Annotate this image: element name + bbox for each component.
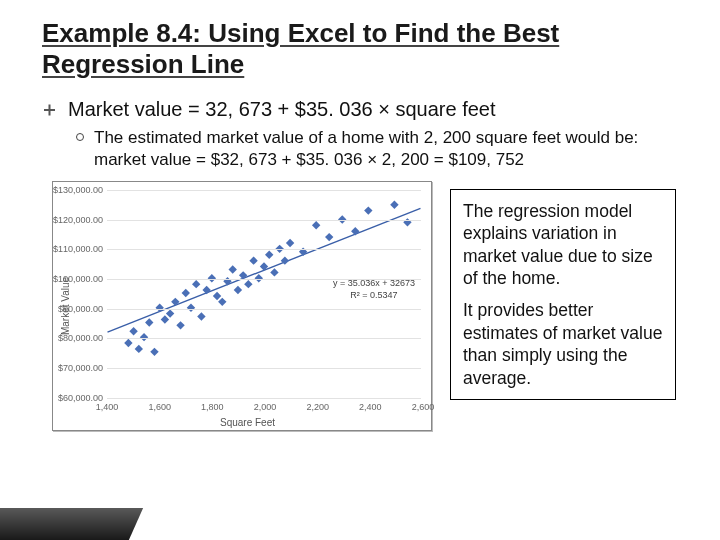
bullet-main-text: Market value = 32, 673 + $35. 036 × squa… [68,98,496,121]
sidebox-para-1: The regression model explains variation … [463,200,663,290]
chart-xtick: 1,600 [148,402,171,412]
data-point [229,265,237,273]
chart-gridline [107,368,421,369]
data-point [234,286,242,294]
corner-shadow-decor [0,508,143,540]
data-point [197,312,205,320]
chart-gridline [107,220,421,221]
data-point [364,206,372,214]
chart-plot-area [107,190,421,396]
data-point [312,221,320,229]
data-point [286,239,294,247]
data-point [182,289,190,297]
circle-bullet-icon [76,133,84,141]
data-point [390,200,398,208]
chart-xtick: 2,400 [359,402,382,412]
chart-ytick: $100,000.00 [53,274,103,284]
data-point [351,227,359,235]
chart-xtick: 1,800 [201,402,224,412]
slide: Example 8.4: Using Excel to Find the Bes… [0,0,720,540]
data-point [202,286,210,294]
chart-xlabel: Square Feet [220,417,275,428]
chart-gridline [107,309,421,310]
data-point [187,303,195,311]
content-row: Market Value Square Feet y = 35.036x + 3… [42,181,690,431]
sidebox-para-2: It provides better estimates of market v… [463,299,663,389]
bullet-sub: The estimated market value of a home wit… [76,127,690,171]
chart-gridline [107,249,421,250]
data-point [129,327,137,335]
chart-gridline [107,398,421,399]
data-point [244,280,252,288]
chart-ytick: $130,000.00 [53,185,103,195]
plus-bullet-icon [42,102,58,118]
chart-gridline [107,190,421,191]
chart-ytick: $110,000.00 [53,244,103,254]
data-point [135,345,143,353]
data-point [270,268,278,276]
data-point [124,339,132,347]
explanation-box: The regression model explains variation … [450,189,676,400]
data-point [150,348,158,356]
data-point [176,321,184,329]
chart-ytick: $80,000.00 [53,333,103,343]
data-point [265,250,273,258]
data-point [161,315,169,323]
chart-ytick: $120,000.00 [53,215,103,225]
bullet-sub-text: The estimated market value of a home wit… [94,127,690,171]
chart-gridline [107,338,421,339]
chart-xtick: 1,400 [96,402,119,412]
data-point [192,280,200,288]
data-point [166,309,174,317]
data-point [249,256,257,264]
bullet-main: Market value = 32, 673 + $35. 036 × squa… [42,98,690,121]
chart-xtick: 2,000 [254,402,277,412]
data-point [145,318,153,326]
scatter-chart: Market Value Square Feet y = 35.036x + 3… [52,181,432,431]
data-point [213,292,221,300]
chart-ytick: $70,000.00 [53,363,103,373]
data-point [218,298,226,306]
data-point [325,233,333,241]
chart-xtick: 2,600 [412,402,435,412]
chart-ytick: $90,000.00 [53,304,103,314]
chart-gridline [107,279,421,280]
chart-xtick: 2,200 [306,402,329,412]
data-point [140,333,148,341]
page-title: Example 8.4: Using Excel to Find the Bes… [42,18,690,80]
